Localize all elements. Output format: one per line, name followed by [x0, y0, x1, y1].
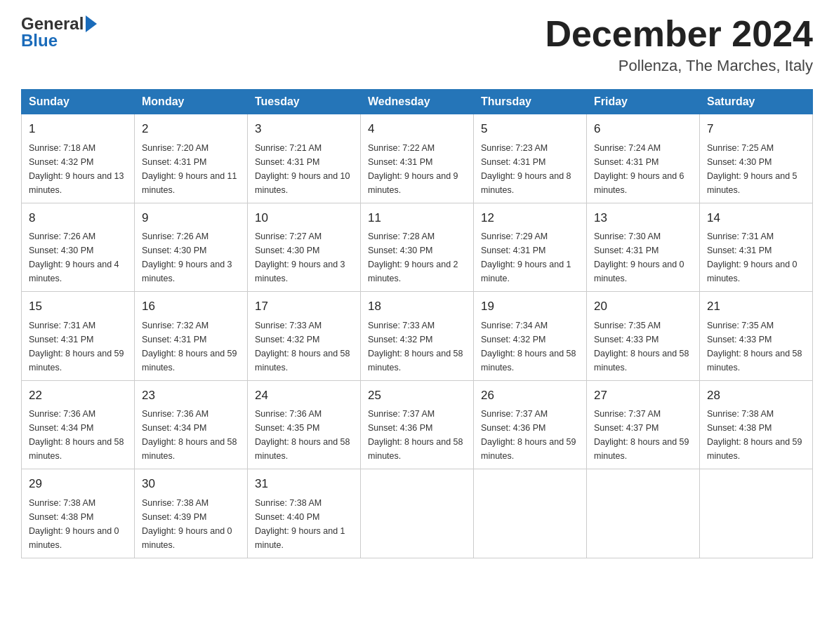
day-info: Sunrise: 7:33 AMSunset: 4:32 PMDaylight:… — [255, 318, 353, 375]
day-number: 3 — [255, 120, 353, 138]
calendar-day-cell: 5Sunrise: 7:23 AMSunset: 4:31 PMDaylight… — [474, 114, 587, 203]
calendar-day-cell: 9Sunrise: 7:26 AMSunset: 4:30 PMDaylight… — [135, 203, 248, 292]
calendar-day-cell: 21Sunrise: 7:35 AMSunset: 4:33 PMDayligh… — [700, 292, 813, 381]
calendar-day-cell: 13Sunrise: 7:30 AMSunset: 4:31 PMDayligh… — [587, 203, 700, 292]
day-number: 13 — [594, 209, 692, 227]
weekday-header-row: SundayMondayTuesdayWednesdayThursdayFrid… — [22, 90, 813, 114]
day-info: Sunrise: 7:31 AMSunset: 4:31 PMDaylight:… — [707, 229, 805, 286]
calendar-day-cell — [587, 469, 700, 558]
day-number: 12 — [481, 209, 579, 227]
logo: General Blue — [21, 14, 97, 51]
day-info: Sunrise: 7:35 AMSunset: 4:33 PMDaylight:… — [707, 318, 805, 375]
day-number: 1 — [29, 120, 127, 138]
calendar-day-cell: 4Sunrise: 7:22 AMSunset: 4:31 PMDaylight… — [361, 114, 474, 203]
day-info: Sunrise: 7:35 AMSunset: 4:33 PMDaylight:… — [594, 318, 692, 375]
day-number: 8 — [29, 209, 127, 227]
day-number: 9 — [142, 209, 240, 227]
day-info: Sunrise: 7:18 AMSunset: 4:32 PMDaylight:… — [29, 141, 127, 197]
calendar-day-cell: 22Sunrise: 7:36 AMSunset: 4:34 PMDayligh… — [22, 380, 135, 469]
day-number: 26 — [481, 387, 579, 405]
day-info: Sunrise: 7:33 AMSunset: 4:32 PMDaylight:… — [368, 318, 466, 375]
weekday-header-thursday: Thursday — [474, 90, 587, 114]
calendar-day-cell: 7Sunrise: 7:25 AMSunset: 4:30 PMDaylight… — [700, 114, 813, 203]
calendar-day-cell: 23Sunrise: 7:36 AMSunset: 4:34 PMDayligh… — [135, 380, 248, 469]
calendar-day-cell: 11Sunrise: 7:28 AMSunset: 4:30 PMDayligh… — [361, 203, 474, 292]
day-number: 25 — [368, 387, 466, 405]
calendar-day-cell: 27Sunrise: 7:37 AMSunset: 4:37 PMDayligh… — [587, 380, 700, 469]
day-info: Sunrise: 7:23 AMSunset: 4:31 PMDaylight:… — [481, 141, 579, 197]
calendar-day-cell: 1Sunrise: 7:18 AMSunset: 4:32 PMDaylight… — [22, 114, 135, 203]
calendar-week-row: 29Sunrise: 7:38 AMSunset: 4:38 PMDayligh… — [22, 469, 813, 558]
day-number: 7 — [707, 120, 805, 138]
calendar-week-row: 1Sunrise: 7:18 AMSunset: 4:32 PMDaylight… — [22, 114, 813, 203]
calendar-day-cell: 20Sunrise: 7:35 AMSunset: 4:33 PMDayligh… — [587, 292, 700, 381]
weekday-header-wednesday: Wednesday — [361, 90, 474, 114]
calendar-day-cell: 24Sunrise: 7:36 AMSunset: 4:35 PMDayligh… — [248, 380, 361, 469]
day-info: Sunrise: 7:25 AMSunset: 4:30 PMDaylight:… — [707, 141, 805, 197]
day-info: Sunrise: 7:37 AMSunset: 4:37 PMDaylight:… — [594, 407, 692, 463]
logo-arrow-icon — [86, 15, 97, 32]
day-info: Sunrise: 7:36 AMSunset: 4:35 PMDaylight:… — [255, 407, 353, 463]
day-number: 20 — [594, 297, 692, 316]
calendar-day-cell: 15Sunrise: 7:31 AMSunset: 4:31 PMDayligh… — [22, 292, 135, 381]
weekday-header-sunday: Sunday — [22, 90, 135, 114]
calendar-day-cell: 6Sunrise: 7:24 AMSunset: 4:31 PMDaylight… — [587, 114, 700, 203]
day-number: 22 — [29, 387, 127, 405]
day-number: 28 — [707, 387, 805, 405]
day-number: 21 — [707, 297, 805, 316]
calendar-day-cell: 25Sunrise: 7:37 AMSunset: 4:36 PMDayligh… — [361, 380, 474, 469]
day-info: Sunrise: 7:26 AMSunset: 4:30 PMDaylight:… — [29, 229, 127, 286]
calendar-day-cell — [700, 469, 813, 558]
calendar-day-cell: 8Sunrise: 7:26 AMSunset: 4:30 PMDaylight… — [22, 203, 135, 292]
day-info: Sunrise: 7:38 AMSunset: 4:39 PMDaylight:… — [142, 496, 240, 552]
day-info: Sunrise: 7:32 AMSunset: 4:31 PMDaylight:… — [142, 318, 240, 375]
day-number: 4 — [368, 120, 466, 138]
day-info: Sunrise: 7:36 AMSunset: 4:34 PMDaylight:… — [142, 407, 240, 463]
weekday-header-friday: Friday — [587, 90, 700, 114]
calendar-day-cell: 2Sunrise: 7:20 AMSunset: 4:31 PMDaylight… — [135, 114, 248, 203]
day-info: Sunrise: 7:30 AMSunset: 4:31 PMDaylight:… — [594, 229, 692, 286]
day-info: Sunrise: 7:26 AMSunset: 4:30 PMDaylight:… — [142, 229, 240, 286]
day-number: 11 — [368, 209, 466, 227]
day-info: Sunrise: 7:24 AMSunset: 4:31 PMDaylight:… — [594, 141, 692, 197]
day-number: 19 — [481, 297, 579, 316]
day-info: Sunrise: 7:20 AMSunset: 4:31 PMDaylight:… — [142, 141, 240, 197]
day-number: 16 — [142, 297, 240, 316]
day-info: Sunrise: 7:37 AMSunset: 4:36 PMDaylight:… — [368, 407, 466, 463]
day-number: 27 — [594, 387, 692, 405]
day-number: 23 — [142, 387, 240, 405]
day-number: 2 — [142, 120, 240, 138]
calendar-day-cell: 29Sunrise: 7:38 AMSunset: 4:38 PMDayligh… — [22, 469, 135, 558]
calendar-day-cell — [474, 469, 587, 558]
page-header: General Blue December 2024 Pollenza, The… — [21, 14, 813, 75]
weekday-header-tuesday: Tuesday — [248, 90, 361, 114]
day-info: Sunrise: 7:22 AMSunset: 4:31 PMDaylight:… — [368, 141, 466, 197]
calendar-week-row: 15Sunrise: 7:31 AMSunset: 4:31 PMDayligh… — [22, 292, 813, 381]
logo-blue-text: Blue — [21, 31, 97, 51]
day-number: 29 — [29, 475, 127, 493]
day-number: 10 — [255, 209, 353, 227]
day-info: Sunrise: 7:27 AMSunset: 4:30 PMDaylight:… — [255, 229, 353, 286]
weekday-header-saturday: Saturday — [700, 90, 813, 114]
calendar-day-cell: 30Sunrise: 7:38 AMSunset: 4:39 PMDayligh… — [135, 469, 248, 558]
calendar-day-cell: 31Sunrise: 7:38 AMSunset: 4:40 PMDayligh… — [248, 469, 361, 558]
calendar-day-cell: 3Sunrise: 7:21 AMSunset: 4:31 PMDaylight… — [248, 114, 361, 203]
day-number: 17 — [255, 297, 353, 316]
day-info: Sunrise: 7:37 AMSunset: 4:36 PMDaylight:… — [481, 407, 579, 463]
day-number: 18 — [368, 297, 466, 316]
calendar-day-cell: 10Sunrise: 7:27 AMSunset: 4:30 PMDayligh… — [248, 203, 361, 292]
day-number: 30 — [142, 475, 240, 493]
day-number: 14 — [707, 209, 805, 227]
day-info: Sunrise: 7:38 AMSunset: 4:38 PMDaylight:… — [707, 407, 805, 463]
calendar-day-cell: 26Sunrise: 7:37 AMSunset: 4:36 PMDayligh… — [474, 380, 587, 469]
calendar-day-cell: 14Sunrise: 7:31 AMSunset: 4:31 PMDayligh… — [700, 203, 813, 292]
day-info: Sunrise: 7:31 AMSunset: 4:31 PMDaylight:… — [29, 318, 127, 375]
calendar-day-cell — [361, 469, 474, 558]
day-number: 5 — [481, 120, 579, 138]
month-title: December 2024 — [545, 14, 813, 54]
location-title: Pollenza, The Marches, Italy — [545, 57, 813, 75]
day-info: Sunrise: 7:38 AMSunset: 4:38 PMDaylight:… — [29, 496, 127, 552]
day-number: 15 — [29, 297, 127, 316]
day-number: 6 — [594, 120, 692, 138]
day-info: Sunrise: 7:34 AMSunset: 4:32 PMDaylight:… — [481, 318, 579, 375]
